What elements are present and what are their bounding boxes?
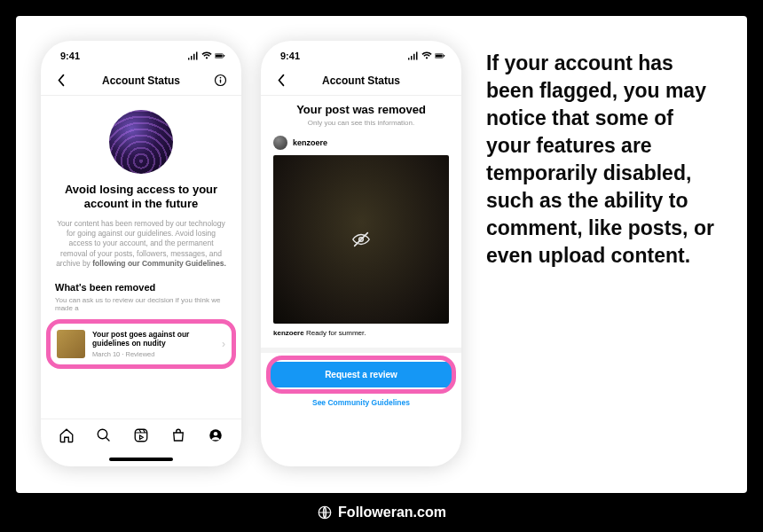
info-icon: [214, 74, 227, 87]
headline: Avoid losing access to your account in t…: [55, 183, 227, 212]
chevron-left-icon: [277, 74, 286, 87]
shop-icon: [170, 427, 186, 443]
tab-shop[interactable]: [170, 427, 186, 447]
review-button-highlight: Request a review: [270, 362, 452, 387]
page-title: Account Status: [102, 74, 180, 87]
request-review-button[interactable]: Request a review: [270, 362, 452, 387]
svg-point-9: [214, 431, 218, 435]
tab-reels[interactable]: [133, 427, 149, 447]
avatar: [273, 136, 287, 150]
nav-spacer: [433, 73, 449, 89]
brand-name: Followeran.com: [338, 505, 446, 520]
svg-rect-11: [436, 55, 443, 58]
phone-account-status: 9:41 Account Status: [41, 41, 241, 466]
clock: 9:41: [60, 51, 80, 61]
wifi-icon: [421, 51, 432, 60]
removed-item-row[interactable]: Your post goes against our guidelines on…: [50, 325, 232, 364]
nav-bar: Account Status: [261, 66, 461, 96]
post-thumbnail: [57, 330, 85, 358]
community-guidelines-link[interactable]: See Community Guidelines: [261, 398, 461, 407]
nav-bar: Account Status: [41, 66, 241, 96]
removed-post-image: [273, 155, 449, 324]
scroll-content: Avoid losing access to your account in t…: [41, 96, 241, 419]
eye-slash-icon: [351, 230, 371, 249]
caption-username: kenzoere: [273, 329, 304, 337]
section-heading: What's been removed: [55, 282, 227, 293]
page-title: Account Status: [322, 74, 400, 87]
phone-mockups: 9:41 Account Status: [41, 41, 461, 466]
content-card: 9:41 Account Status: [16, 16, 747, 493]
svg-rect-12: [444, 55, 444, 57]
home-icon: [59, 427, 75, 443]
chevron-left-icon: [57, 74, 66, 87]
hero-graphic: [109, 110, 173, 174]
home-indicator: [109, 458, 173, 461]
svg-rect-5: [220, 79, 221, 82]
headline: Your post was removed: [275, 103, 447, 116]
tab-bar: [41, 419, 241, 454]
violation-title: Your post goes against our guidelines on…: [92, 330, 215, 348]
community-guidelines-link[interactable]: following our Community Guidelines.: [92, 259, 226, 268]
back-button[interactable]: [273, 73, 289, 89]
status-bar: 9:41: [41, 41, 241, 66]
profile-icon: [208, 427, 224, 443]
phone-post-removed: 9:41 Account Status Your post was rem: [261, 41, 461, 466]
reels-icon: [133, 427, 149, 443]
signal-icon: [408, 51, 419, 60]
svg-rect-2: [224, 55, 224, 57]
status-bar: 9:41: [261, 41, 461, 66]
chevron-right-icon: ›: [222, 338, 225, 350]
search-icon: [96, 427, 112, 443]
explainer-paragraph: If your account has been flagged, you ma…: [486, 50, 717, 270]
status-icons: [188, 51, 225, 60]
back-button[interactable]: [53, 73, 69, 89]
wifi-icon: [201, 51, 212, 60]
sub-text: Only you can see this information.: [275, 119, 447, 127]
post-caption: kenzoere Ready for summer.: [261, 324, 461, 342]
violation-meta: March 10 · Reviewed: [92, 350, 215, 358]
post-author-row[interactable]: kenzoere: [261, 129, 461, 155]
username: kenzoere: [293, 138, 327, 147]
section-divider: [261, 348, 461, 353]
tab-home[interactable]: [59, 427, 75, 447]
removed-item-highlight: Your post goes against our guidelines on…: [50, 325, 232, 364]
status-icons: [408, 51, 445, 60]
footer-watermark: Followeran.com: [16, 493, 747, 532]
svg-rect-7: [135, 429, 147, 442]
globe-icon: [317, 505, 333, 520]
battery-icon: [435, 51, 445, 60]
clock: 9:41: [280, 51, 300, 61]
caption-text: Ready for summer.: [304, 329, 366, 337]
info-button[interactable]: [213, 73, 229, 89]
tab-profile[interactable]: [208, 427, 224, 447]
explainer-text: If your account has been flagged, you ma…: [476, 41, 722, 270]
signal-icon: [188, 51, 199, 60]
section-sub: You can ask us to review our decision if…: [55, 296, 227, 312]
tab-search[interactable]: [96, 427, 112, 447]
removed-header: Your post was removed Only you can see t…: [261, 96, 461, 129]
battery-icon: [215, 51, 225, 60]
body-text: Your content has been removed by our tec…: [55, 219, 227, 270]
svg-point-4: [220, 77, 222, 79]
svg-rect-1: [216, 55, 223, 58]
